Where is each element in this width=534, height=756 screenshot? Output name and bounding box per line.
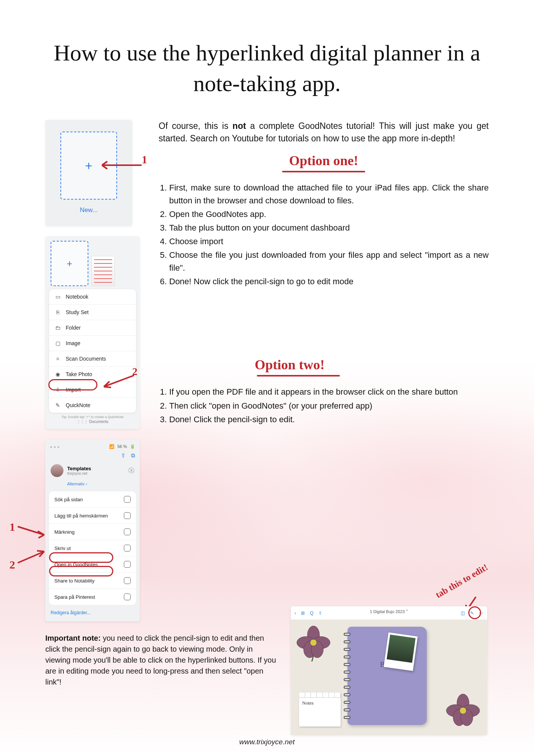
action-icon — [124, 528, 131, 535]
menu-item-label: Import — [66, 387, 81, 393]
step-item: First, make sure to download the attache… — [169, 181, 489, 207]
spiral-binding — [344, 631, 351, 721]
menu-tip-text: Tip: Double tap "+" to create a QuickNot… — [45, 413, 140, 420]
option-two-underline — [257, 375, 340, 376]
menu-item-folder: 🗀Folder — [49, 320, 136, 336]
option-one-underline — [282, 171, 365, 172]
share-item-s-k-p-sidan: Sök på sidan — [49, 491, 136, 508]
share-item-spara-p-pinterest: Spara på Pinterest — [49, 589, 136, 605]
option-one-steps: First, make sure to download the attache… — [159, 181, 489, 288]
step-item: Done! Now click the pencil-sign to go to… — [169, 275, 489, 288]
share-icon: ⇪ — [121, 452, 126, 459]
sticky-note-label: Notes — [299, 698, 341, 708]
close-icon: ⓧ — [128, 467, 134, 475]
action-icon — [124, 577, 131, 584]
page-title: How to use the hyperlinked digital plann… — [45, 38, 489, 99]
status-icons: 📶56 %🔋 — [106, 444, 135, 449]
step-item: Done! Click the pencil-sign to edit. — [169, 413, 489, 426]
menu-item-label: QuickNote — [66, 402, 90, 408]
new-document-label: New... — [80, 206, 97, 214]
quicknote-icon: ✎ — [54, 402, 61, 409]
step-item: Then click "open in GoodNotes" (or your … — [169, 400, 489, 412]
menu-item-label: Take Photo — [66, 371, 92, 377]
menu-item-quicknote: ✎QuickNote — [49, 398, 136, 413]
share-item-label: Spara på Pinterest — [54, 594, 95, 600]
share-actions-list: Sök på sidanLägg till på hemskärmenMärkn… — [49, 491, 136, 605]
action-icon — [124, 496, 131, 503]
menu-item-notebook: ▭Notebook — [49, 289, 136, 305]
polaroid-photo — [384, 632, 418, 671]
notebook-icon: ▭ — [54, 293, 61, 300]
screenshot-planner-open: ‹ ⊞ Q ⇪ ◫ ✎ ⋯ 1 Digital Bujo 2023 ˅ — [291, 606, 487, 735]
camera-icon: ◉ — [54, 371, 61, 378]
plus-icon: + — [85, 158, 93, 173]
option-two-heading: Option two! — [91, 357, 489, 373]
share-item-label: Skriv ut — [54, 545, 71, 551]
share-item-open-in-goodnotes: Open in GoodNotes — [49, 556, 136, 573]
action-icon — [124, 561, 131, 568]
menu-item-import: ⇩Import — [49, 382, 136, 398]
share-item-skriv-ut: Skriv ut — [49, 540, 136, 556]
action-icon — [124, 593, 131, 600]
annotation-number-1b: 1 — [9, 521, 15, 533]
folder-icon: 🗀 — [54, 324, 61, 331]
share-sheet-subtitle: trixjoyce.net — [67, 471, 91, 476]
option-two-steps: If you open the PDF file and it appears … — [159, 386, 489, 426]
create-menu-list: ▭Notebook⎘Study Set🗀Folder▢Image⌗Scan Do… — [49, 289, 136, 413]
share-item-share-to-notability: Share to Notability — [49, 573, 136, 589]
mini-document-thumb — [91, 256, 115, 286]
important-note: Important note: you need to click the pe… — [45, 633, 279, 688]
menu-item-label: Folder — [66, 325, 81, 331]
screenshot-new-document: + New... 1 — [45, 120, 132, 226]
screenshot-share-sheet: ●●● 📶56 %🔋 ⇪ ⧉ Templates trixjoyce.net ⓧ… — [45, 440, 140, 621]
flower-decoration — [444, 692, 482, 730]
traffic-lights: ●●● — [50, 445, 61, 449]
step-item: Tab the plus button on your document das… — [169, 222, 489, 234]
share-item-label: Sök på sidan — [54, 497, 83, 502]
step-item: If you open the PDF file and it appears … — [169, 386, 489, 398]
share-item-label: Open in GoodNotes — [54, 562, 98, 567]
image-icon: ▢ — [54, 340, 61, 347]
arrow-annotation-2b — [16, 547, 48, 566]
share-item-label: Share to Notability — [54, 578, 94, 584]
documents-bottom-label: ⋮⋮⋮ Documents — [45, 420, 140, 425]
sticky-note: Notes — [299, 692, 341, 727]
share-status-bar: ●●● 📶56 %🔋 — [45, 443, 140, 451]
planner-document-title: 1 Digital Bujo 2023 ˅ — [291, 609, 487, 614]
avatar — [51, 464, 63, 477]
share-item-m-rkning: Märkning — [49, 524, 136, 540]
share-item-l-gg-till-p-hemsk-rmen: Lägg till på hemskärmen — [49, 508, 136, 524]
share-sheet-title: Templates — [67, 466, 91, 471]
action-icon — [124, 545, 131, 552]
share-alternativ-link: Alternativ › — [45, 481, 140, 489]
pencil-highlight-circle — [468, 606, 481, 619]
menu-item-label: Image — [66, 340, 80, 346]
step-item: Choose import — [169, 235, 489, 248]
menu-item-study-set: ⎘Study Set — [49, 305, 136, 320]
footer-url: www.trixjoyce.net — [0, 738, 534, 746]
share-item-label: Lägg till på hemskärmen — [54, 513, 108, 519]
menu-item-label: Notebook — [66, 294, 88, 300]
planner-notebook-cover: BuJo — [347, 627, 427, 725]
studyset-icon: ⎘ — [54, 309, 61, 316]
action-icon — [124, 512, 131, 519]
import-icon: ⇩ — [54, 386, 61, 393]
scan-icon: ⌗ — [54, 355, 61, 362]
menu-item-label: Study Set — [66, 309, 89, 315]
step-item: Open the GoodNotes app. — [169, 208, 489, 221]
mini-new-box: + — [51, 241, 88, 286]
share-toolbar: ⇪ ⧉ — [45, 451, 140, 460]
menu-item-image: ▢Image — [49, 336, 136, 351]
flower-decoration — [295, 624, 332, 662]
annotation-number-1a: 1 — [142, 153, 147, 166]
share-edit-actions: Redigera åtgärder... — [45, 607, 140, 618]
annotation-number-2b: 2 — [9, 558, 15, 571]
new-document-dashed-box: + — [60, 132, 117, 200]
svg-point-5 — [310, 639, 317, 646]
svg-point-11 — [460, 707, 466, 714]
share-item-label: Märkning — [54, 529, 74, 535]
copy-icon: ⧉ — [131, 452, 135, 459]
arrow-annotation-1b — [16, 524, 48, 539]
plus-icon: + — [66, 258, 72, 270]
option-one-heading: Option one! — [159, 153, 489, 169]
